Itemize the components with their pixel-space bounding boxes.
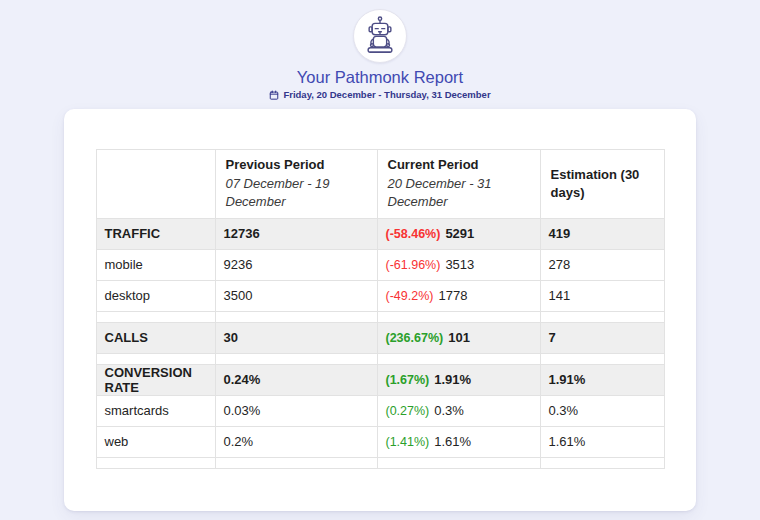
row-label: CONVERSION RATE (96, 364, 215, 395)
current-period-cell: (-58.46%)5291 (377, 218, 540, 249)
previous-period-value: 30 (215, 322, 377, 353)
change-percentage: (-49.2%) (386, 289, 434, 303)
current-period-value: 1.91% (434, 372, 471, 387)
spacer-cell (377, 311, 540, 322)
previous-period-value: 12736 (215, 218, 377, 249)
report-date-range: Friday, 20 December - Thursday, 31 Decem… (0, 89, 760, 100)
column-header-empty (96, 150, 215, 219)
table-row: TRAFFIC 12736 (-58.46%)5291 419 (96, 218, 664, 249)
current-period-cell: (236.67%)101 (377, 322, 540, 353)
pathmonk-logo (353, 9, 407, 63)
current-period-value: 5291 (445, 226, 474, 241)
meditating-robot-icon (359, 15, 401, 57)
report-title: Your Pathmonk Report (0, 68, 760, 87)
estimation-value: 278 (540, 249, 664, 280)
column-subtitle: 20 December - 31 December (388, 175, 530, 211)
estimation-value: 0.3% (540, 395, 664, 426)
column-title: Previous Period (226, 156, 367, 174)
table-row: smartcards 0.03% (0.27%)0.3% 0.3% (96, 395, 664, 426)
spacer-cell (540, 457, 664, 468)
spacer-cell (377, 353, 540, 364)
current-period-cell: (0.27%)0.3% (377, 395, 540, 426)
previous-period-value: 9236 (215, 249, 377, 280)
report-header: Your Pathmonk Report Friday, 20 December… (0, 0, 760, 100)
date-range-text: Friday, 20 December - Thursday, 31 Decem… (283, 89, 490, 100)
table-row: web 0.2% (1.41%)1.61% 1.61% (96, 426, 664, 457)
spacer-cell (96, 457, 215, 468)
row-label: mobile (96, 249, 215, 280)
table-row: CALLS 30 (236.67%)101 7 (96, 322, 664, 353)
spacer-cell (540, 311, 664, 322)
spacer-row (96, 457, 664, 468)
previous-period-value: 3500 (215, 280, 377, 311)
current-period-cell: (-61.96%)3513 (377, 249, 540, 280)
current-period-value: 1778 (438, 288, 467, 303)
spacer-cell (215, 311, 377, 322)
change-percentage: (-58.46%) (386, 227, 441, 241)
current-period-cell: (1.67%)1.91% (377, 364, 540, 395)
column-header-current-period: Current Period 20 December - 31 December (377, 150, 540, 219)
table-header-row: Previous Period 07 December - 19 Decembe… (96, 150, 664, 219)
row-label: smartcards (96, 395, 215, 426)
estimation-value: 419 (540, 218, 664, 249)
estimation-value: 1.61% (540, 426, 664, 457)
spacer-cell (215, 353, 377, 364)
change-percentage: (-61.96%) (386, 258, 441, 272)
row-label: CALLS (96, 322, 215, 353)
previous-period-value: 0.2% (215, 426, 377, 457)
current-period-value: 3513 (445, 257, 474, 272)
column-header-previous-period: Previous Period 07 December - 19 Decembe… (215, 150, 377, 219)
row-label: web (96, 426, 215, 457)
column-title: Estimation (30 days) (551, 166, 654, 202)
current-period-value: 0.3% (434, 403, 464, 418)
spacer-cell (540, 353, 664, 364)
estimation-value: 1.91% (540, 364, 664, 395)
spacer-row (96, 353, 664, 364)
change-percentage: (236.67%) (386, 331, 444, 345)
row-label: TRAFFIC (96, 218, 215, 249)
report-table: Previous Period 07 December - 19 Decembe… (96, 149, 665, 469)
change-percentage: (1.67%) (386, 373, 430, 387)
estimation-value: 141 (540, 280, 664, 311)
current-period-cell: (-49.2%)1778 (377, 280, 540, 311)
column-subtitle: 07 December - 19 December (226, 175, 367, 211)
spacer-cell (377, 457, 540, 468)
column-header-estimation: Estimation (30 days) (540, 150, 664, 219)
change-percentage: (0.27%) (386, 404, 430, 418)
column-title: Current Period (388, 156, 530, 174)
row-label: desktop (96, 280, 215, 311)
current-period-value: 101 (448, 330, 470, 345)
current-period-cell: (1.41%)1.61% (377, 426, 540, 457)
previous-period-value: 0.24% (215, 364, 377, 395)
table-row: mobile 9236 (-61.96%)3513 278 (96, 249, 664, 280)
current-period-value: 1.61% (434, 434, 471, 449)
spacer-cell (96, 353, 215, 364)
spacer-cell (215, 457, 377, 468)
previous-period-value: 0.03% (215, 395, 377, 426)
calendar-icon (269, 90, 279, 100)
table-row: CONVERSION RATE 0.24% (1.67%)1.91% 1.91% (96, 364, 664, 395)
change-percentage: (1.41%) (386, 435, 430, 449)
spacer-row (96, 311, 664, 322)
table-row: desktop 3500 (-49.2%)1778 141 (96, 280, 664, 311)
estimation-value: 7 (540, 322, 664, 353)
report-card: Previous Period 07 December - 19 Decembe… (64, 109, 696, 511)
spacer-cell (96, 311, 215, 322)
